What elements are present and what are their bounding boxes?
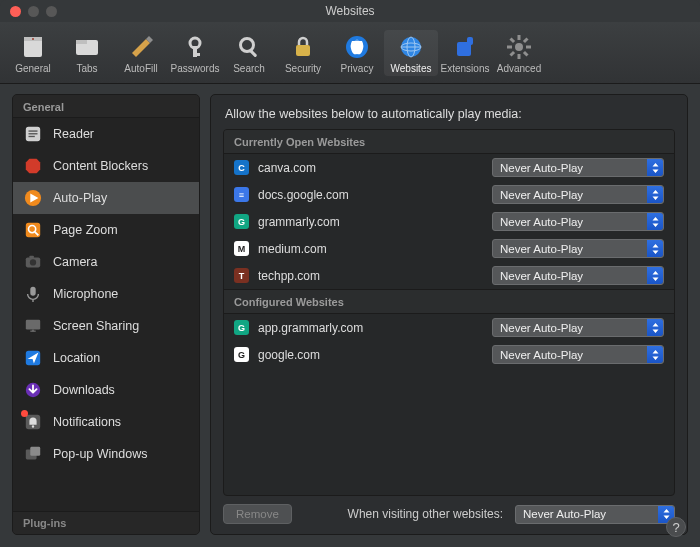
select-value: Never Auto-Play — [500, 216, 583, 228]
sidebar-item-downloads[interactable]: Downloads — [13, 374, 199, 406]
website-row[interactable]: Ggoogle.comNever Auto-Play — [224, 341, 674, 368]
svg-rect-25 — [509, 37, 515, 43]
sidebar-item-screen-sharing[interactable]: Screen Sharing — [13, 310, 199, 342]
sidebar-item-label: Auto-Play — [53, 191, 107, 205]
main-panel: Allow the websites below to automaticall… — [210, 94, 688, 535]
sidebar-item-location[interactable]: Location — [13, 342, 199, 374]
stepper-arrows-icon — [647, 346, 663, 363]
autoplay-policy-select[interactable]: Never Auto-Play — [492, 239, 664, 258]
toolbar-item-extensions[interactable]: Extensions — [438, 30, 492, 76]
minimize-window-button[interactable] — [28, 6, 39, 17]
sidebar-item-auto-play[interactable]: Auto-Play — [13, 182, 199, 214]
advanced-icon — [505, 33, 533, 61]
sidebar-footer: Plug-ins — [13, 511, 199, 534]
website-row[interactable]: Ccanva.comNever Auto-Play — [224, 154, 674, 181]
svg-rect-4 — [76, 40, 87, 44]
svg-rect-7 — [193, 53, 200, 56]
sidebar-item-label: Notifications — [53, 415, 121, 429]
select-value: Never Auto-Play — [500, 349, 583, 361]
favicon-icon: G — [234, 214, 249, 229]
toolbar-item-label: Passwords — [171, 63, 220, 74]
toolbar-item-passwords[interactable]: Passwords — [168, 30, 222, 76]
default-policy-select[interactable]: Never Auto-Play — [515, 505, 675, 524]
toolbar-item-autofill[interactable]: AutoFill — [114, 30, 168, 76]
sidebar-item-camera[interactable]: Camera — [13, 246, 199, 278]
row-left: Ccanva.com — [234, 160, 316, 175]
remove-button[interactable]: Remove — [223, 504, 292, 524]
preferences-toolbar: GeneralTabsAutoFillPasswordsSearchSecuri… — [0, 22, 700, 84]
sidebar-item-popup-windows[interactable]: Pop-up Windows — [13, 438, 199, 470]
toolbar-item-websites[interactable]: Websites — [384, 30, 438, 76]
stepper-arrows-icon — [647, 186, 663, 203]
svg-rect-50 — [30, 447, 40, 456]
autoplay-policy-select[interactable]: Never Auto-Play — [492, 266, 664, 285]
default-policy-label: When visiting other websites: — [348, 507, 503, 521]
svg-rect-21 — [507, 45, 512, 48]
svg-rect-19 — [518, 35, 521, 40]
autoplay-policy-select[interactable]: Never Auto-Play — [492, 158, 664, 177]
sidebar-item-label: Pop-up Windows — [53, 447, 148, 461]
sidebar-item-reader[interactable]: Reader — [13, 118, 199, 150]
website-row[interactable]: Gapp.grammarly.comNever Auto-Play — [224, 314, 674, 341]
toolbar-item-search[interactable]: Search — [222, 30, 276, 76]
sidebar-item-label: Microphone — [53, 287, 118, 301]
sidebar-item-microphone[interactable]: Microphone — [13, 278, 199, 310]
select-value: Never Auto-Play — [500, 270, 583, 282]
website-row[interactable]: ≡docs.google.comNever Auto-Play — [224, 181, 674, 208]
sidebar-list: ReaderContent BlockersAuto-PlayPage Zoom… — [13, 118, 199, 511]
toolbar-item-general[interactable]: General — [6, 30, 60, 76]
website-domain: grammarly.com — [258, 215, 340, 229]
toolbar-item-security[interactable]: Security — [276, 30, 330, 76]
autoplay-policy-select[interactable]: Never Auto-Play — [492, 185, 664, 204]
autoplay-policy-select[interactable]: Never Auto-Play — [492, 345, 664, 364]
sidebar-item-label: Location — [53, 351, 100, 365]
autoplay-policy-select[interactable]: Never Auto-Play — [492, 212, 664, 231]
website-row[interactable]: Ttechpp.comNever Auto-Play — [224, 262, 674, 289]
stepper-arrows-icon — [647, 319, 663, 336]
autofill-icon — [127, 33, 155, 61]
privacy-icon — [343, 33, 371, 61]
svg-point-8 — [241, 38, 254, 51]
auto-play-icon — [23, 188, 43, 208]
notification-badge-icon — [21, 410, 28, 417]
select-value: Never Auto-Play — [500, 189, 583, 201]
traffic-lights — [10, 6, 57, 17]
toolbar-item-label: Websites — [391, 63, 432, 74]
sidebar-item-notifications[interactable]: Notifications — [13, 406, 199, 438]
website-row[interactable]: Ggrammarly.comNever Auto-Play — [224, 208, 674, 235]
group-rows: Gapp.grammarly.comNever Auto-PlayGgoogle… — [224, 314, 674, 368]
select-value: Never Auto-Play — [500, 322, 583, 334]
sidebar-item-label: Camera — [53, 255, 97, 269]
sidebar: General ReaderContent BlockersAuto-PlayP… — [12, 94, 200, 535]
close-window-button[interactable] — [10, 6, 21, 17]
row-left: ≡docs.google.com — [234, 187, 349, 202]
stepper-arrows-icon — [647, 159, 663, 176]
maximize-window-button[interactable] — [46, 6, 57, 17]
website-domain: app.grammarly.com — [258, 321, 363, 335]
websites-icon — [397, 33, 425, 61]
svg-rect-24 — [509, 50, 515, 56]
website-row[interactable]: Mmedium.comNever Auto-Play — [224, 235, 674, 262]
autoplay-policy-select[interactable]: Never Auto-Play — [492, 318, 664, 337]
favicon-icon: M — [234, 241, 249, 256]
svg-rect-10 — [296, 45, 310, 56]
toolbar-item-label: Search — [233, 63, 265, 74]
toolbar-item-label: Security — [285, 63, 321, 74]
toolbar-item-privacy[interactable]: Privacy — [330, 30, 384, 76]
help-button[interactable]: ? — [666, 517, 686, 537]
sidebar-item-label: Downloads — [53, 383, 115, 397]
toolbar-item-tabs[interactable]: Tabs — [60, 30, 114, 76]
remove-label: Remove — [236, 508, 279, 520]
downloads-icon — [23, 380, 43, 400]
group-header: Configured Websites — [224, 289, 674, 314]
toolbar-item-advanced[interactable]: Advanced — [492, 30, 546, 76]
security-icon — [289, 33, 317, 61]
sidebar-item-content-blockers[interactable]: Content Blockers — [13, 150, 199, 182]
group-header: Currently Open Websites — [224, 130, 674, 154]
row-left: Gapp.grammarly.com — [234, 320, 363, 335]
toolbar-item-label: Advanced — [497, 63, 541, 74]
sidebar-item-page-zoom[interactable]: Page Zoom — [13, 214, 199, 246]
toolbar-item-label: Extensions — [441, 63, 490, 74]
svg-point-38 — [30, 259, 36, 265]
row-left: Ggrammarly.com — [234, 214, 340, 229]
